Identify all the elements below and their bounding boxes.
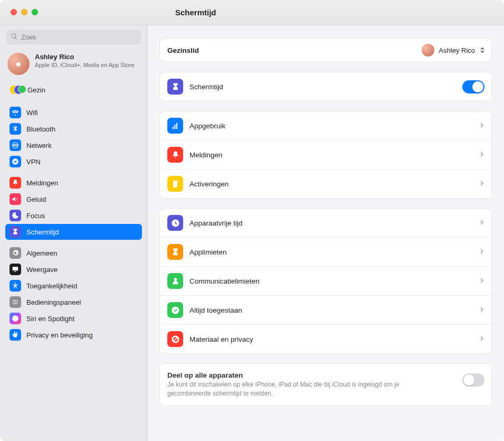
sidebar: ● Ashley Rico Apple ID, iCloud+, Media e… [0, 25, 148, 441]
sidebar-item-label: Bluetooth [26, 125, 55, 133]
sidebar-item-schermtijd[interactable]: Schermtijd [5, 224, 142, 240]
minimize-window-button[interactable] [21, 9, 27, 15]
row-allowed[interactable]: Altijd toegestaan [160, 295, 492, 324]
sidebar-item-wifi[interactable]: Wifi [5, 105, 142, 120]
row-label: Communicatielimieten [189, 277, 480, 285]
chevron-right-icon [480, 219, 484, 227]
sidebar-item-siri[interactable]: Siri en Spotlight [5, 311, 142, 326]
row-label: Applimieten [189, 248, 480, 256]
popup-chevron-icon [480, 47, 484, 53]
chevron-right-icon [480, 306, 484, 314]
account-subtitle: Apple ID, iCloud+, Media en App Store [35, 61, 135, 69]
sliders-icon [9, 296, 21, 308]
sidebar-item-algemeen[interactable]: Algemeen [5, 245, 142, 261]
close-window-button[interactable] [11, 9, 17, 15]
account-row[interactable]: ● Ashley Rico Apple ID, iCloud+, Media e… [0, 50, 147, 80]
family-member-label: Gezinslid [167, 46, 422, 54]
screentime-row-label: Schermtijd [189, 83, 462, 91]
row-downtime[interactable]: Apparaatvrije tijd [160, 209, 492, 237]
row-content[interactable]: Materiaal en privacy [160, 324, 492, 353]
sidebar-item-meldingen[interactable]: Meldingen [5, 175, 142, 191]
nosign-icon [167, 331, 183, 347]
row-activeringen[interactable]: Activeringen [160, 169, 492, 198]
row-meldingen[interactable]: Meldingen [160, 140, 492, 169]
account-avatar: ● [7, 53, 30, 75]
hourglass-icon [9, 226, 21, 238]
sidebar-item-bedieningspaneel[interactable]: Bedieningspaneel [5, 294, 142, 310]
chevron-right-icon [480, 122, 484, 130]
sidebar-item-label: Geluid [26, 195, 46, 203]
sidebar-item-label: Algemeen [26, 249, 58, 257]
row-label: Appgebruik [189, 122, 480, 130]
bars-icon [167, 118, 183, 134]
sidebar-item-vpn[interactable]: VPN [5, 154, 142, 170]
search-icon [11, 33, 21, 42]
sidebar-item-label: Privacy en beveiliging [26, 331, 93, 339]
chevron-right-icon [480, 151, 484, 159]
search-field[interactable] [6, 30, 141, 44]
family-icon [9, 85, 22, 95]
sidebar-item-privacy[interactable]: Privacy en beveiliging [5, 327, 142, 343]
globe-icon [9, 139, 21, 151]
row-appgebruik[interactable]: Appgebruik [160, 111, 492, 140]
family-member-selector[interactable]: Ashley Rico [422, 44, 484, 57]
bluetooth-icon [9, 123, 21, 135]
row-commlimits[interactable]: Communicatielimieten [160, 266, 492, 295]
moon-icon [9, 210, 21, 221]
row-label: Activeringen [189, 180, 480, 188]
window-controls [11, 9, 38, 15]
chevron-right-icon [480, 335, 484, 343]
bell-icon [167, 147, 183, 163]
sidebar-item-label: Weergave [26, 266, 58, 274]
sidebar-item-toegankelijkheid[interactable]: Toegankelijkheid [5, 278, 142, 294]
limits-group-card: Apparaatvrije tijd Applimieten Communica… [159, 208, 492, 354]
person-icon [167, 273, 183, 289]
bell-icon [9, 177, 21, 189]
row-label: Meldingen [189, 151, 480, 159]
check-icon [167, 302, 183, 318]
family-member-card: Gezinslid Ashley Rico [159, 38, 492, 62]
hourglass-icon [167, 244, 183, 260]
sidebar-item-label: Siri en Spotlight [26, 315, 74, 323]
titlebar: Schermtijd [0, 0, 504, 25]
chevron-right-icon [480, 277, 484, 285]
sidebar-item-label: VPN [26, 158, 41, 166]
wifi-icon [9, 107, 21, 118]
sidebar-item-label: Schermtijd [26, 228, 59, 236]
member-name: Ashley Rico [439, 46, 475, 54]
chevron-right-icon [480, 248, 484, 256]
sidebar-item-label: Bedieningspaneel [26, 298, 81, 306]
search-input[interactable] [21, 33, 137, 41]
sidebar-item-label: Gezin [27, 86, 45, 94]
share-description: Je kunt dit inschakelen op elke iPhone, … [167, 380, 442, 398]
hourglass-icon [167, 79, 183, 95]
sidebar-item-weergave[interactable]: Weergave [5, 261, 142, 277]
screentime-toggle-card: Schermtijd [159, 72, 492, 101]
sidebar-item-label: Netwerk [26, 142, 52, 149]
display-icon [9, 264, 21, 275]
screentime-toggle[interactable] [462, 80, 484, 93]
vpn-icon [9, 156, 21, 167]
row-applimits[interactable]: Applimieten [160, 237, 492, 266]
usage-group-card: Appgebruik Meldingen Activeringen [159, 111, 492, 199]
share-across-devices-row: Deel op alle apparaten Je kunt dit insch… [159, 363, 492, 406]
account-name: Ashley Rico [35, 53, 135, 61]
sidebar-item-gezin[interactable]: Gezin [5, 81, 142, 99]
row-label: Apparaatvrije tijd [189, 219, 480, 227]
sidebar-item-focus[interactable]: Focus [5, 208, 142, 223]
hand-icon [9, 329, 21, 341]
access-icon [9, 280, 21, 292]
sidebar-item-geluid[interactable]: Geluid [5, 191, 142, 207]
pickup-icon [167, 176, 183, 192]
share-toggle[interactable] [462, 373, 484, 387]
zoom-window-button[interactable] [32, 9, 38, 15]
member-avatar [422, 44, 434, 57]
sidebar-item-label: Focus [26, 212, 45, 220]
content-area: Gezinslid Ashley Rico Schermtijd Appgebr… [148, 25, 504, 441]
sidebar-item-netwerk[interactable]: Netwerk [5, 137, 142, 153]
sidebar-item-label: Wifi [26, 109, 38, 117]
row-label: Altijd toegestaan [189, 306, 480, 314]
clock-icon [167, 215, 183, 231]
sidebar-item-bluetooth[interactable]: Bluetooth [5, 121, 142, 137]
sidebar-item-label: Meldingen [26, 179, 58, 187]
